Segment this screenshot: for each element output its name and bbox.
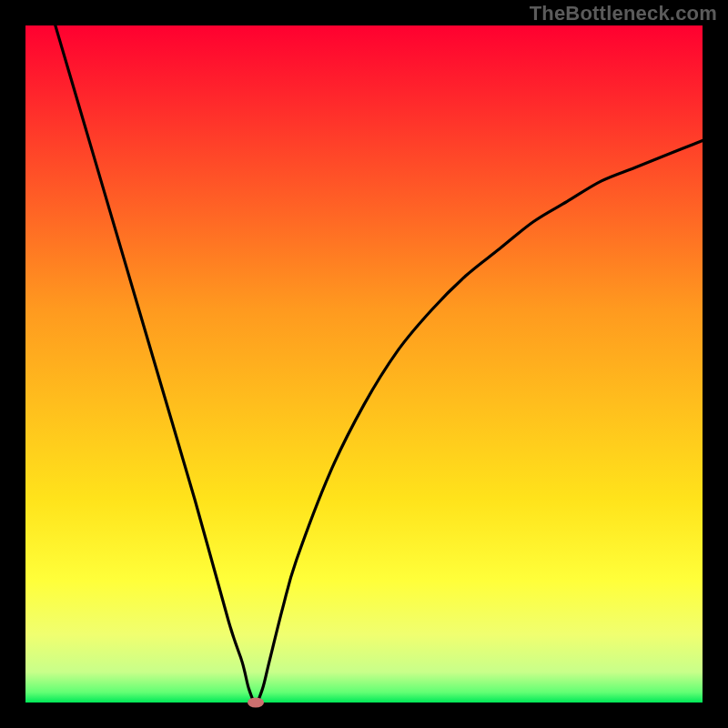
plot-area (25, 25, 703, 703)
chart-frame: TheBottleneck.com (0, 0, 728, 728)
watermark-text: TheBottleneck.com (530, 2, 717, 25)
bottleneck-curve (25, 25, 703, 703)
optimum-marker (248, 698, 264, 708)
